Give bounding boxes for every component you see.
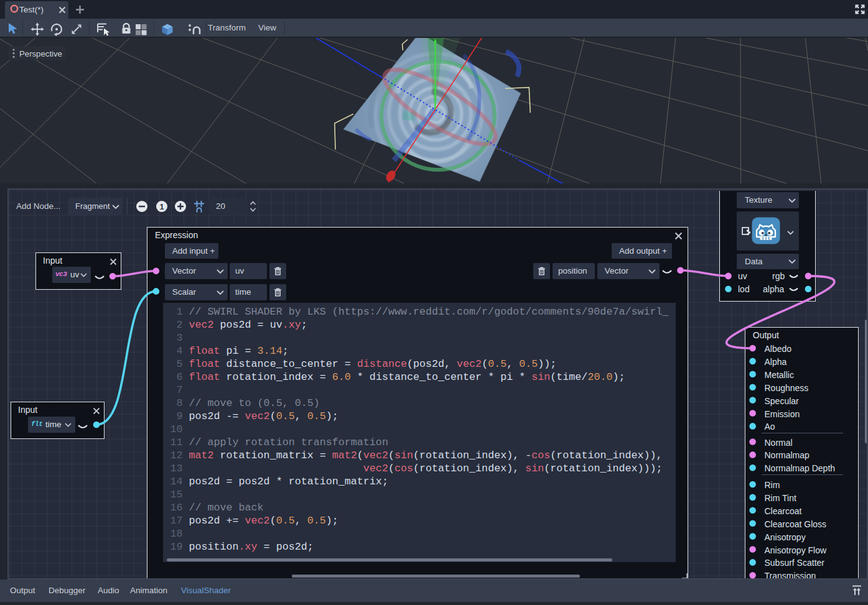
svg-text:Perspective: Perspective bbox=[19, 49, 62, 58]
svg-text:1: 1 bbox=[159, 202, 164, 211]
